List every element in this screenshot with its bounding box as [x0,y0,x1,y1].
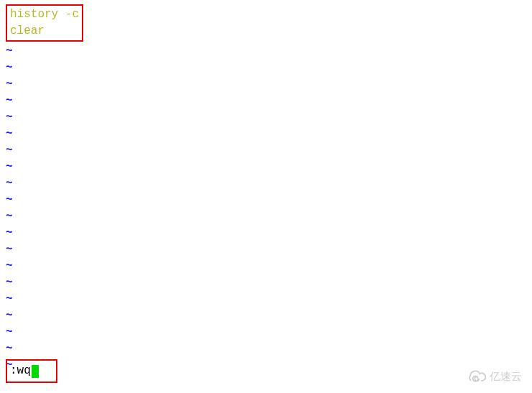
empty-line-tilde: ~ [6,357,526,374]
empty-line-tilde: ~ [6,258,526,274]
empty-line-tilde: ~ [6,225,526,241]
empty-line-tilde: ~ [6,308,526,324]
empty-line-tilde: ~ [6,60,526,76]
vim-editor-area[interactable]: history -c clear ~~~~~~~~~~~~~~~~~~~~ :w… [0,0,532,393]
watermark: 亿速云 [466,368,522,384]
empty-line-tilde: ~ [6,291,526,308]
empty-line-tilde: ~ [6,192,526,208]
empty-line-tilde: ~ [6,175,526,192]
file-content-line-2: clear [10,23,79,40]
empty-line-tilde: ~ [6,109,526,126]
empty-lines-container: ~~~~~~~~~~~~~~~~~~~~ [6,43,526,374]
empty-line-tilde: ~ [6,341,526,357]
watermark-text: 亿速云 [490,368,522,384]
empty-line-tilde: ~ [6,274,526,291]
cloud-icon [466,369,486,384]
empty-line-tilde: ~ [6,76,526,93]
empty-line-tilde: ~ [6,324,526,341]
empty-line-tilde: ~ [6,93,526,109]
cursor-block [32,365,39,378]
file-content-line-1: history -c [10,6,79,23]
empty-line-tilde: ~ [6,159,526,175]
empty-line-tilde: ~ [6,43,526,60]
vim-command-text[interactable]: :wq [10,363,31,379]
empty-line-tilde: ~ [6,142,526,159]
empty-line-tilde: ~ [6,208,526,225]
vim-command-row: :wq [6,359,57,383]
content-highlight-box: history -c clear [6,4,83,42]
empty-line-tilde: ~ [6,241,526,258]
command-highlight-box: :wq [6,359,57,383]
empty-line-tilde: ~ [6,126,526,142]
